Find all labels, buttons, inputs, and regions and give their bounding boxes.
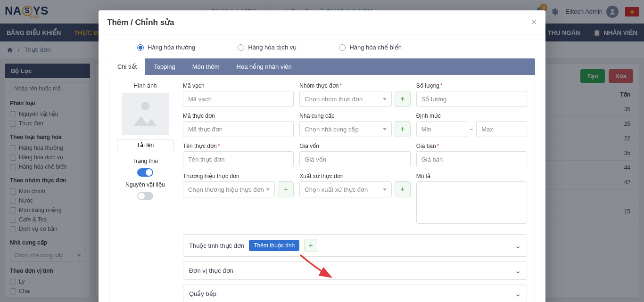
origin-add-button[interactable]: +: [395, 181, 411, 197]
brand-select[interactable]: Chọn thương hiệu thực đơn: [183, 181, 275, 197]
attrs-panel[interactable]: Thuộc tính thực đơn Thêm thuộc tính + ⌄: [183, 234, 527, 257]
chevron-down-icon: ⌄: [515, 241, 521, 250]
group-select[interactable]: Chọn nhóm thực đơn: [299, 91, 391, 107]
chevron-down-icon: ⌄: [515, 266, 521, 275]
tab-addon[interactable]: Món thêm: [184, 58, 228, 75]
qty-input[interactable]: [421, 96, 522, 103]
quota-max-input[interactable]: [481, 126, 522, 133]
origin-select[interactable]: Chọn xuất xứ thực đơn: [299, 181, 391, 197]
group-add-button[interactable]: +: [395, 91, 411, 107]
price-input[interactable]: [421, 156, 522, 163]
radio-processed[interactable]: Hàng hóa chế biến: [339, 44, 402, 51]
material-toggle[interactable]: [137, 192, 153, 200]
quota-min-input[interactable]: [421, 126, 462, 133]
supplier-add-button[interactable]: +: [395, 121, 411, 137]
tab-topping[interactable]: Topping: [145, 58, 184, 75]
desc-textarea[interactable]: [416, 181, 527, 224]
image-label: Hình ảnh: [117, 82, 173, 89]
status-toggle[interactable]: [137, 168, 153, 177]
chevron-down-icon: ⌄: [515, 289, 521, 298]
modal: Thêm / Chỉnh sửa × Hàng hóa thường Hàng …: [99, 10, 545, 302]
status-label: Trạng thái: [117, 158, 173, 164]
upload-button[interactable]: Tải lên: [117, 139, 173, 151]
name-input[interactable]: [188, 156, 289, 163]
radio-service[interactable]: Hàng hóa dịch vụ: [238, 44, 297, 51]
close-icon[interactable]: ×: [531, 17, 537, 27]
brand-add-button[interactable]: +: [278, 181, 294, 197]
add-attr-button[interactable]: Thêm thuộc tính: [249, 240, 299, 251]
code-input[interactable]: [188, 126, 289, 133]
barcode-input[interactable]: [188, 96, 289, 103]
radio-normal[interactable]: Hàng hóa thường: [137, 44, 195, 51]
attr-plus-button[interactable]: +: [304, 239, 317, 252]
supplier-select[interactable]: Chọn nhà cung cấp: [299, 121, 391, 137]
unit-panel[interactable]: Đơn vị thực đơn ⌄: [183, 261, 527, 280]
tab-detail[interactable]: Chi tiết: [109, 58, 145, 75]
cost-input[interactable]: [305, 156, 405, 163]
image-placeholder[interactable]: [122, 93, 169, 135]
modal-tabs: Chi tiết Topping Món thêm Hoa hồng nhân …: [109, 58, 535, 75]
modal-title: Thêm / Chỉnh sửa: [107, 17, 174, 27]
material-label: Nguyên vật liệu: [117, 181, 173, 188]
modal-overlay: Thêm / Chỉnh sửa × Hàng hóa thường Hàng …: [0, 0, 644, 302]
kitchen-panel[interactable]: Quầy bếp ⌄: [183, 285, 527, 302]
tab-commission[interactable]: Hoa hồng nhân viên: [228, 58, 300, 75]
